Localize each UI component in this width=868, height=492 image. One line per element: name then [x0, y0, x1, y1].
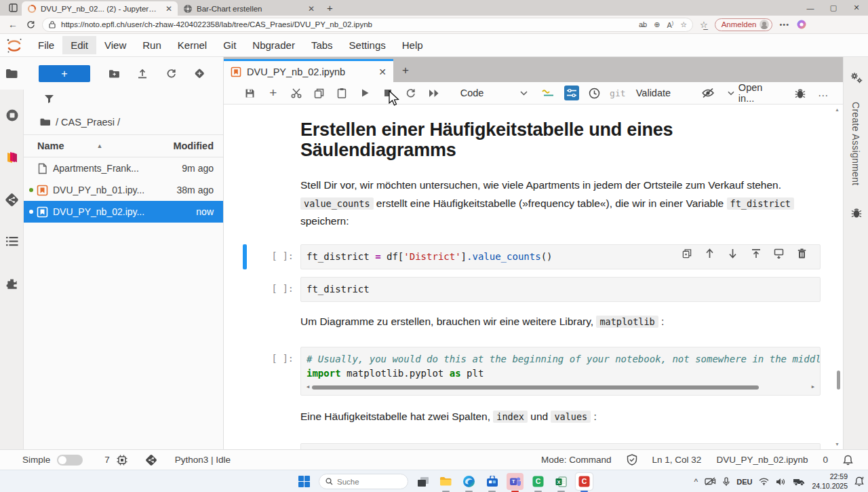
reload-icon[interactable]	[22, 20, 39, 29]
menu-tabs[interactable]: Tabs	[303, 36, 341, 54]
minimize-button[interactable]: —	[799, 0, 822, 16]
extension-manager-tab[interactable]	[0, 267, 24, 300]
microsoft-store-button[interactable]	[484, 473, 500, 490]
notebook-content[interactable]: Erstellen einer Häufigkeitstabelle und e…	[224, 105, 843, 449]
notebook-scrollbar[interactable]: ▲ ▼	[836, 105, 842, 449]
tray-expand-chevron[interactable]: ^	[694, 477, 698, 487]
kernel-usage-icon[interactable]	[117, 455, 127, 466]
run-icon[interactable]	[353, 88, 376, 98]
execution-time-icon[interactable]	[583, 88, 606, 99]
open-in-dropdown[interactable]: Open in...	[728, 82, 781, 104]
zoom-icon[interactable]: ⊕	[654, 20, 660, 29]
menu-settings[interactable]: Settings	[341, 36, 394, 54]
taskbar-notification-bell-icon[interactable]	[854, 476, 864, 487]
file-row-apartments[interactable]: Apartments_Frank... 9m ago	[24, 157, 223, 179]
property-inspector-tab[interactable]	[844, 62, 868, 92]
save-icon[interactable]	[239, 88, 262, 98]
cut-icon[interactable]	[285, 88, 308, 98]
menu-nbgrader[interactable]: Nbgrader	[244, 36, 303, 54]
search-input[interactable]	[337, 478, 398, 486]
scrollbar-thumb[interactable]	[312, 385, 759, 390]
restart-kernel-icon[interactable]	[399, 88, 422, 98]
insert-cell-icon[interactable]: +	[262, 86, 285, 100]
code-editor[interactable]: ft_district	[300, 277, 821, 302]
home-folder-icon[interactable]	[40, 118, 51, 126]
column-modified[interactable]: Modified	[173, 140, 214, 151]
file-name[interactable]: DVU_PY_nb_02.ipy...	[53, 206, 192, 217]
code-editor[interactable]: ft_district.index	[300, 443, 821, 449]
file-explorer-button[interactable]	[437, 473, 454, 490]
browser-tab-barchart[interactable]: Bar-Chart erstellen ✕	[178, 1, 320, 16]
scrollbar-thumb[interactable]	[837, 371, 840, 390]
start-button[interactable]	[296, 473, 313, 490]
scroll-up-icon[interactable]: ▲	[835, 107, 840, 112]
volume-icon[interactable]	[776, 478, 786, 486]
notification-bell-icon[interactable]	[843, 455, 853, 466]
menu-help[interactable]: Help	[394, 36, 431, 54]
git-status-icon[interactable]	[145, 454, 157, 466]
tab-actions-button[interactable]	[4, 2, 22, 14]
wifi-icon[interactable]	[759, 478, 769, 485]
excel-button[interactable]: X	[553, 473, 570, 490]
table-of-contents-tab[interactable]	[0, 225, 24, 258]
kernel-status[interactable]: Python3 | Idle	[175, 455, 231, 465]
teams-button[interactable]: T	[507, 473, 524, 490]
git-toolbar-label[interactable]: git	[606, 88, 629, 98]
edge-button[interactable]	[460, 473, 477, 490]
markdown-cell-heading[interactable]: Erstellen einer Häufigkeitstabelle und e…	[224, 105, 843, 234]
code-cell-1[interactable]: [ ]: ft_district = df['District'].value_…	[224, 241, 843, 273]
scroll-down-icon[interactable]: ▼	[835, 442, 840, 447]
translate-icon[interactable]: a̶b	[639, 20, 647, 29]
microphone-icon[interactable]	[723, 477, 730, 487]
menu-file[interactable]: File	[30, 36, 62, 54]
taskbar-search[interactable]	[319, 474, 408, 489]
browser-tab-jupyterlab[interactable]: DVU_PY_nb_02... (2) - JupyterLab ✕	[22, 1, 178, 16]
restart-run-all-icon[interactable]	[422, 89, 446, 98]
paste-icon[interactable]	[330, 88, 353, 98]
camera-off-icon[interactable]	[705, 477, 716, 486]
menu-view[interactable]: View	[96, 36, 134, 54]
clickup-button[interactable]: C	[530, 473, 547, 490]
notebook-tools-icon[interactable]	[560, 86, 583, 100]
kernel-count[interactable]: 7	[104, 455, 110, 465]
debugger-tab[interactable]	[844, 197, 868, 227]
menu-git[interactable]: Git	[215, 36, 244, 54]
debugger-bug-icon[interactable]	[789, 88, 812, 99]
cursor-position[interactable]: Ln 1, Col 32	[652, 455, 702, 465]
file-row-nb01[interactable]: DVU_PY_nb_01.ipy... 38m ago	[24, 179, 223, 201]
menu-run[interactable]: Run	[134, 36, 170, 54]
camtasia-recorder-button[interactable]: C	[576, 473, 593, 490]
tab-close-icon[interactable]: ✕	[165, 4, 172, 14]
file-name[interactable]: Apartments_Frank...	[53, 163, 178, 174]
more-commands-icon[interactable]: …	[812, 87, 835, 99]
maximize-button[interactable]: ▢	[822, 0, 845, 16]
scroll-right-icon[interactable]: ▶	[812, 384, 814, 390]
code-cell-4[interactable]: [ ]: ft_district.index	[224, 440, 843, 449]
hide-cell-icon[interactable]	[696, 88, 719, 98]
horizontal-scrollbar[interactable]: ◀ ▶	[307, 385, 814, 390]
execution-indicator-icon[interactable]	[537, 88, 560, 98]
move-cell-up-icon[interactable]	[701, 248, 719, 259]
column-name[interactable]: Name	[37, 140, 64, 151]
browser-menu-icon[interactable]: •••	[779, 20, 789, 29]
menu-edit[interactable]: Edit	[62, 36, 96, 54]
markdown-cell-matplotlib[interactable]: Um Diagramme zu erstellen, brauchen wir …	[224, 309, 843, 334]
scroll-left-icon[interactable]: ◀	[307, 384, 309, 390]
new-launcher-tab-button[interactable]: +	[393, 59, 418, 82]
file-list-header[interactable]: Name ▲ Modified	[24, 135, 223, 157]
breadcrumb-path[interactable]: / CAS_Praesi /	[56, 117, 120, 128]
url-bar[interactable]: https://noto.epfl.ch/user/ch-zhaw-420402…	[42, 18, 693, 32]
refresh-icon[interactable]	[157, 69, 185, 79]
copy-icon[interactable]	[308, 88, 331, 98]
markdown-cell-columns[interactable]: Eine Häufigkeitstabelle hat zwei Spalten…	[224, 404, 843, 429]
code-cell-2[interactable]: [ ]: ft_district	[224, 273, 843, 305]
signin-button[interactable]: Anmelden	[715, 18, 773, 31]
close-button[interactable]: ✕	[845, 0, 868, 16]
back-icon[interactable]: ←	[4, 19, 22, 30]
duplicate-cell-icon[interactable]	[677, 248, 696, 259]
task-view-button[interactable]	[414, 473, 431, 490]
copilot-icon[interactable]	[796, 19, 807, 30]
new-tab-button[interactable]: +	[327, 2, 333, 14]
cell-type-dropdown[interactable]: Code	[460, 88, 528, 98]
tab-close-icon[interactable]: ✕	[378, 67, 387, 77]
